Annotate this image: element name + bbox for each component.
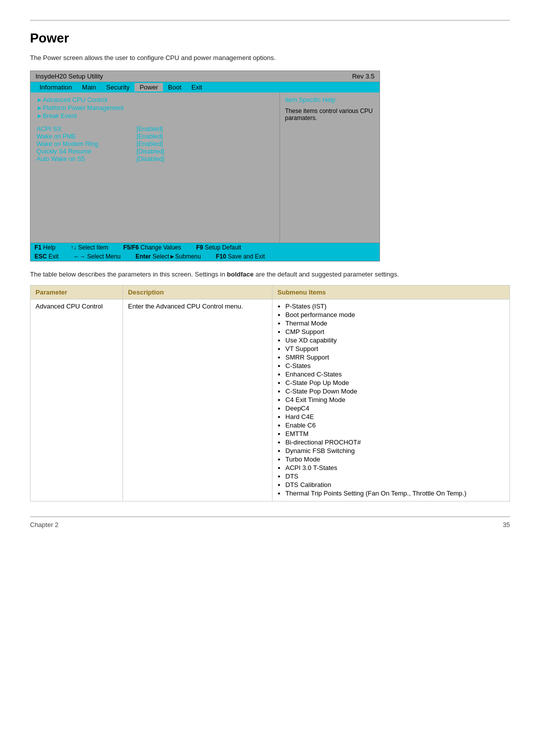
- footer-esc-exit: ESC Exit: [34, 253, 58, 260]
- list-item: Thermal Trip Points Setting (Fan On Temp…: [286, 490, 504, 497]
- nav-main[interactable]: Main: [77, 83, 101, 92]
- bios-body: ►Advanced CPU Control ►Platform Power Ma…: [30, 92, 380, 242]
- list-item: P-States (IST): [286, 302, 504, 310]
- nav-exit[interactable]: Exit: [186, 83, 208, 92]
- submenu-list: P-States (IST) Boot performance mode The…: [278, 302, 504, 497]
- parameter-table: Parameter Description Submenu Items Adva…: [30, 285, 510, 502]
- menu-break-event[interactable]: ►Break Event: [36, 112, 274, 120]
- footer-row-2: ESC Exit ←→ Select Menu Enter Select►Sub…: [30, 252, 380, 261]
- setting-acpi-s3: ACPI S3: [Enabled]: [36, 126, 274, 132]
- col-parameter: Parameter: [30, 286, 123, 300]
- list-item: DeepC4: [286, 404, 504, 412]
- list-item: Enhanced C-States: [286, 370, 504, 378]
- list-item: C-States: [286, 362, 504, 370]
- nav-security[interactable]: Security: [101, 83, 134, 92]
- list-item: CMP Support: [286, 328, 504, 336]
- footer-f1-help: F1 Help: [34, 244, 56, 251]
- param-name: Advanced CPU Control: [36, 302, 102, 310]
- nav-information[interactable]: Information: [34, 83, 77, 92]
- list-item: C-State Pop Down Mode: [286, 388, 504, 395]
- bios-main-panel: ►Advanced CPU Control ►Platform Power Ma…: [30, 92, 280, 242]
- footer-select-item: ↑↓ Select Item: [70, 244, 108, 251]
- cell-parameter: Advanced CPU Control: [30, 300, 123, 502]
- footer-row-1: F1 Help ↑↓ Select Item F5/F6 Change Valu…: [30, 243, 380, 252]
- nav-boot[interactable]: Boot: [163, 83, 186, 92]
- list-item: EMTTM: [286, 430, 504, 438]
- page-title: Power: [30, 30, 510, 46]
- setting-quickly-s4: Quickly S4 Resume [Disabled]: [36, 148, 274, 155]
- bios-rev: Rev 3.5: [352, 72, 374, 80]
- page-footer: Chapter 2 35: [30, 517, 510, 528]
- col-description: Description: [123, 286, 272, 300]
- bios-help-panel: Item Specific Help These items control v…: [280, 92, 380, 242]
- bios-footer: F1 Help ↑↓ Select Item F5/F6 Change Valu…: [30, 242, 380, 261]
- top-divider: [30, 20, 510, 20]
- footer-f10: F10 Save and Exit: [216, 253, 265, 260]
- intro-text: The Power screen allows the user to conf…: [30, 54, 510, 62]
- list-item: DTS: [286, 472, 504, 480]
- list-item: Hard C4E: [286, 413, 504, 420]
- bios-nav-bar: Information Main Security Power Boot Exi…: [30, 82, 380, 92]
- footer-enter-submenu: Enter Select►Submenu: [136, 253, 201, 260]
- footer-f5f6: F5/F6 Change Values: [123, 244, 181, 251]
- cell-submenu: P-States (IST) Boot performance mode The…: [272, 300, 510, 502]
- footer-select-menu: ←→ Select Menu: [74, 253, 120, 260]
- help-text: These items control various CPU paramate…: [285, 108, 374, 122]
- list-item: C4 Exit Timing Mode: [286, 396, 504, 404]
- list-item: C-State Pop Up Mode: [286, 379, 504, 386]
- list-item: VT Support: [286, 345, 504, 352]
- footer-chapter: Chapter 2: [30, 521, 58, 528]
- setting-wake-pme: Wake on PME [Enabled]: [36, 133, 274, 140]
- footer-f9: F9 Setup Default: [196, 244, 241, 251]
- list-item: Bi-directional PROCHOT#: [286, 438, 504, 446]
- setting-wake-modem: Wake on Modem Ring [Enabled]: [36, 140, 274, 148]
- menu-advanced-cpu[interactable]: ►Advanced CPU Control: [36, 96, 274, 104]
- bios-screen: InsydeH20 Setup Utility Rev 3.5 Informat…: [30, 70, 380, 262]
- table-header-row: Parameter Description Submenu Items: [30, 286, 510, 300]
- table-row: Advanced CPU Control Enter the Advanced …: [30, 300, 510, 502]
- cell-description: Enter the Advanced CPU Control menu.: [123, 300, 272, 502]
- list-item: SMRR Support: [286, 354, 504, 361]
- menu-platform-power[interactable]: ►Platform Power Management: [36, 104, 274, 112]
- list-item: Boot performance mode: [286, 311, 504, 318]
- list-item: Dynamic FSB Switching: [286, 447, 504, 454]
- list-item: Turbo Mode: [286, 456, 504, 463]
- list-item: Enable C6: [286, 422, 504, 429]
- list-item: Use XD capability: [286, 336, 504, 344]
- setting-auto-wake-s5: Auto Wake on S5 [Disabled]: [36, 156, 274, 162]
- col-submenu: Submenu Items: [272, 286, 510, 300]
- list-item: ACPI 3.0 T-States: [286, 464, 504, 472]
- footer-page-number: 35: [503, 521, 510, 528]
- desc-text: The table below describes the parameters…: [30, 270, 510, 278]
- bios-title-bar: InsydeH20 Setup Utility Rev 3.5: [30, 71, 380, 82]
- help-title: Item Specific Help: [285, 96, 374, 104]
- bios-title: InsydeH20 Setup Utility: [36, 72, 103, 80]
- list-item: Thermal Mode: [286, 320, 504, 327]
- list-item: DTS Calibration: [286, 481, 504, 488]
- nav-power[interactable]: Power: [134, 83, 163, 92]
